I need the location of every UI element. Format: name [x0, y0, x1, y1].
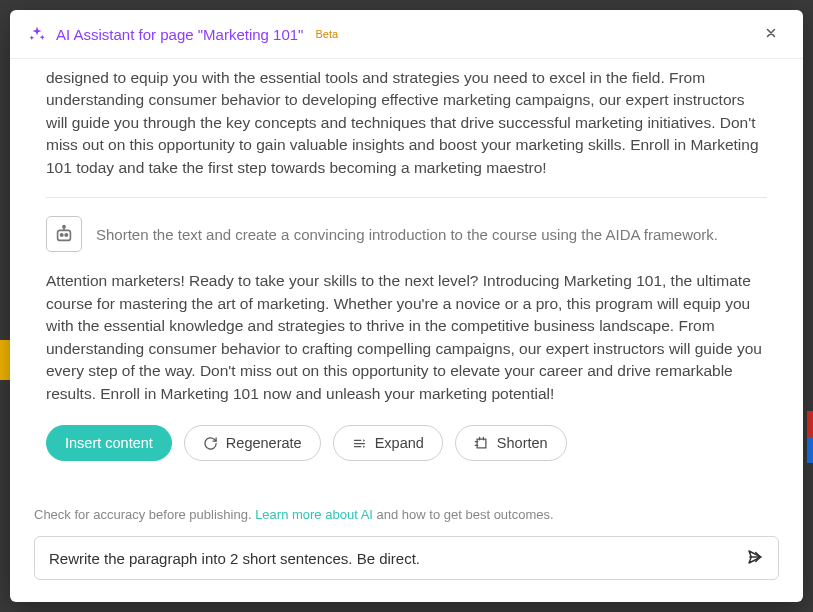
input-bar: [10, 536, 803, 602]
footer-note: Check for accuracy before publishing. Le…: [10, 503, 803, 536]
footer-note-prefix: Check for accuracy before publishing.: [34, 507, 255, 522]
close-button[interactable]: [757, 20, 785, 48]
sparkle-icon: [28, 25, 46, 43]
svg-rect-0: [58, 231, 71, 241]
action-bar: Insert content Regenerate Expand Shorten: [46, 425, 767, 461]
svg-rect-4: [477, 439, 486, 448]
learn-more-link[interactable]: Learn more about AI: [255, 507, 373, 522]
expand-icon: [352, 436, 367, 451]
expand-label: Expand: [375, 435, 424, 451]
shorten-button[interactable]: Shorten: [455, 425, 567, 461]
send-button[interactable]: [741, 544, 769, 572]
bot-icon: [46, 216, 82, 252]
regenerate-label: Regenerate: [226, 435, 302, 451]
svg-point-3: [63, 226, 65, 228]
input-wrap: [34, 536, 779, 580]
beta-badge: Beta: [315, 28, 338, 40]
send-icon: [746, 548, 764, 569]
modal-header: AI Assistant for page "Marketing 101" Be…: [10, 10, 803, 59]
svg-point-2: [65, 234, 67, 236]
insert-content-button[interactable]: Insert content: [46, 425, 172, 461]
modal-title: AI Assistant for page "Marketing 101": [56, 26, 303, 43]
background-decoration: [807, 437, 813, 463]
ai-assistant-modal: AI Assistant for page "Marketing 101" Be…: [10, 10, 803, 602]
original-paragraph: designed to equip you with the essential…: [46, 67, 767, 179]
prompt-input[interactable]: [34, 536, 779, 580]
expand-button[interactable]: Expand: [333, 425, 443, 461]
footer-note-suffix: and how to get best outcomes.: [373, 507, 554, 522]
ai-response-paragraph: Attention marketers! Ready to take your …: [46, 270, 767, 405]
refresh-icon: [203, 436, 218, 451]
shorten-icon: [474, 436, 489, 451]
background-decoration: [0, 340, 10, 380]
modal-content: designed to equip you with the essential…: [10, 59, 803, 503]
shorten-label: Shorten: [497, 435, 548, 451]
background-decoration: [807, 411, 813, 437]
title-wrap: AI Assistant for page "Marketing 101" Be…: [28, 25, 338, 43]
close-icon: [764, 26, 778, 43]
regenerate-button[interactable]: Regenerate: [184, 425, 321, 461]
divider: [46, 197, 767, 198]
insert-content-label: Insert content: [65, 435, 153, 451]
svg-point-1: [61, 234, 63, 236]
user-prompt-text: Shorten the text and create a convincing…: [96, 224, 718, 245]
user-prompt-row: Shorten the text and create a convincing…: [46, 216, 767, 252]
